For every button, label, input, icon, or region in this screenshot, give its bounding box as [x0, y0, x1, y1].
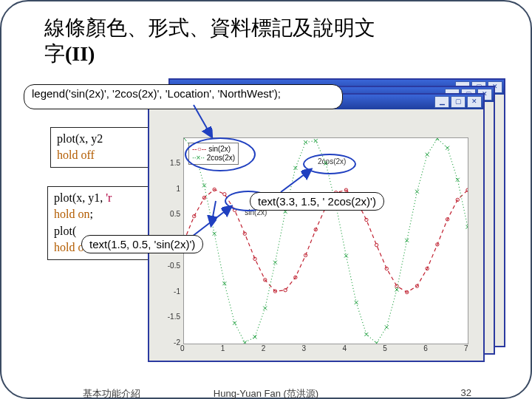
svg-point-4 [223, 193, 226, 196]
text-callout-b: text(3.3, 1.5, ' 2cos(2x)') [250, 192, 384, 211]
xtick-label: 1 [221, 344, 225, 352]
title-line2a: 字 [44, 42, 65, 65]
oval-legend-highlight [185, 137, 256, 171]
code-a-line1: plot(x, y2 [57, 131, 146, 147]
ytick-label: 0.5 [161, 210, 180, 218]
slide-frame: 線條顏色、形式、資料標記及說明文 字(II) ▁ ▢ ✕ ▁ ▢ ✕ ▁ ▢ ✕… [0, 0, 532, 399]
text-callout-a: text(1.5, 0.5, 'sin(2x)') [81, 235, 203, 253]
window-maximize-icon[interactable]: ▢ [451, 96, 466, 108]
code-b-l4: hold o [54, 241, 83, 253]
code-b-l2b: ; [89, 208, 92, 220]
title-line1: 線條顏色、形式、資料標記及說明文 [44, 16, 375, 39]
window-minimize-icon[interactable]: ▁ [434, 96, 449, 108]
svg-point-20 [385, 267, 388, 270]
xtick-label: 0 [180, 344, 185, 352]
xtick-label: 4 [342, 344, 347, 352]
svg-point-18 [365, 218, 368, 221]
code-a-line2: hold off [57, 149, 95, 161]
xtick-label: 6 [423, 344, 428, 352]
legend-code-callout: legend('sin(2x)', '2cos(2x)', 'Location'… [24, 84, 343, 109]
ytick-label: -2 [161, 338, 180, 347]
code-b-l1-str: 'r [106, 191, 112, 204]
window-close-icon[interactable]: ✕ [467, 96, 482, 108]
oval-cos-label-highlight [303, 154, 356, 174]
ytick-label: -1 [161, 287, 180, 296]
footer-right: 32 [461, 387, 471, 398]
svg-point-10 [284, 289, 287, 292]
code-b-l1: plot(x, y1, [54, 191, 106, 204]
code-block-a: plot(x, y2 hold off [50, 127, 152, 168]
figure-window-front: ▁ ▢ ✕ sin(2x)2cos(2x) --○-- sin(2x) ··×·… [148, 93, 485, 362]
footer-center: Hung-Yuan Fan (范洪源) [1, 387, 531, 399]
ytick-label: 1.5 [161, 159, 180, 167]
ytick-label: -0.5 [161, 262, 180, 270]
xtick-label: 7 [464, 344, 468, 352]
xtick-label: 3 [302, 344, 307, 352]
ytick-label: 1 [161, 185, 180, 193]
xtick-label: 2 [262, 344, 266, 352]
xtick-label: 5 [383, 344, 387, 352]
title-line2b: (II) [65, 42, 95, 65]
svg-point-28 [466, 188, 468, 191]
slide-title: 線條顏色、形式、資料標記及說明文 字(II) [44, 15, 375, 66]
code-b-l2a: hold on [54, 208, 89, 220]
ytick-label: -1.5 [161, 313, 180, 321]
